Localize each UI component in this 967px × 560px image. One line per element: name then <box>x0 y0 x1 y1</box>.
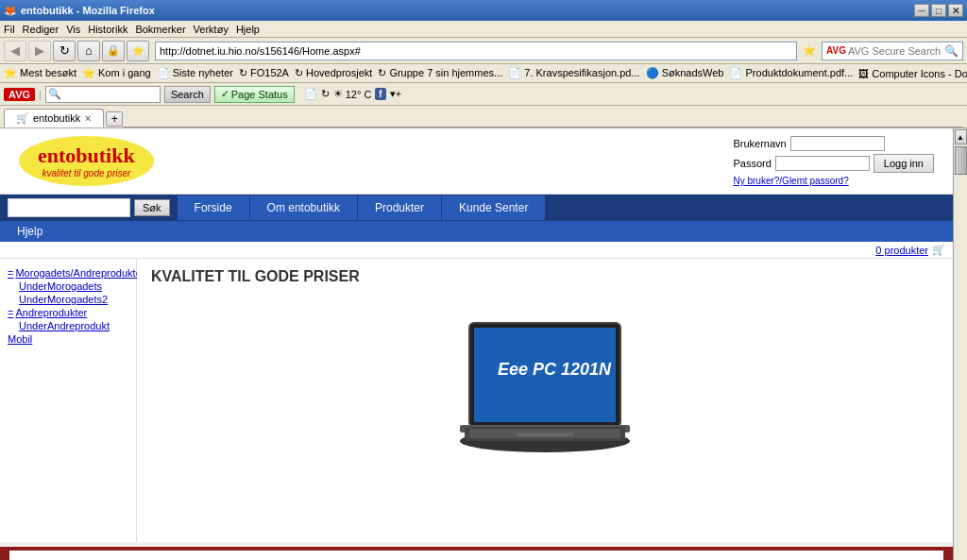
avg-search-box[interactable]: 🔍 <box>45 86 161 103</box>
window-controls[interactable]: ─ □ ✕ <box>914 4 963 17</box>
login-button[interactable]: Logg inn <box>874 154 934 173</box>
password-label: Passord <box>733 158 771 169</box>
nav-kundesenter[interactable]: Kunde Senter <box>442 195 546 220</box>
product-row-section: 🦋 Mer om produkte Mer om produkt <box>0 547 953 560</box>
menu-fil[interactable]: Fil <box>4 24 15 35</box>
bookmark-produktdok[interactable]: 📄 Produktdokument.pdf... <box>729 67 853 79</box>
bookmark-add-button[interactable]: ⭐ <box>127 41 149 61</box>
fb-controls: ▾+ <box>390 88 401 100</box>
sidebar-item-mobil[interactable]: Mobil <box>8 332 128 346</box>
avg-search-icon: AVG <box>826 45 846 56</box>
password-input[interactable] <box>775 156 870 171</box>
forward-button[interactable]: ▶ <box>28 41 51 61</box>
page-title: KVALITET TIL GODE PRISER <box>151 268 939 285</box>
nav-search-area: Søk <box>0 195 178 221</box>
tab-bar: 🛒 entobutikk ✕ + <box>0 106 967 128</box>
logo-text: entobutikk <box>38 144 135 168</box>
bookmark-star-button[interactable]: 🔒 <box>102 41 125 61</box>
site-header: entobutikk kvalitet til gode priser Bruk… <box>0 128 953 195</box>
sidebar: = Morogadets/Andreprodukter UnderMorogad… <box>0 259 137 542</box>
menubar: Fil Rediger Vis Historikk Bokmerker Verk… <box>0 21 967 38</box>
facebook-icon[interactable]: f <box>375 88 385 100</box>
main-content: KVALITET TIL GODE PRISER Eee PC 1201N <box>137 259 953 542</box>
bookmark-main-project[interactable]: ↻ Hovedprosjekt <box>295 67 372 79</box>
search-submit-icon: 🔍 <box>944 44 959 58</box>
sun-icon: ☀ <box>333 88 343 100</box>
menu-rediger[interactable]: Rediger <box>23 24 59 35</box>
svg-rect-7 <box>517 433 573 436</box>
window-title: 🦊 entobutikk - Mozilla Firefox <box>4 5 155 17</box>
bookmark-fo152a[interactable]: ↻ FO152A <box>239 67 289 79</box>
sidebar-item-undermorogadets2[interactable]: UnderMorogadets2 <box>8 293 128 306</box>
browser-content: entobutikk kvalitet til gode priser Bruk… <box>0 128 967 560</box>
bookmark-get-started[interactable]: ⭐ Kom i gang <box>82 67 151 79</box>
nav-produkter[interactable]: Produkter <box>358 195 442 220</box>
sidebar-bullet-andre: = <box>8 307 13 318</box>
menu-verktoy[interactable]: Verktøy <box>194 24 229 35</box>
menu-bokmerker[interactable]: Bokmerker <box>135 24 185 35</box>
sub-nav: Hjelp <box>0 221 953 242</box>
page-status-button[interactable]: ✓ Page Status <box>214 86 295 103</box>
address-bar[interactable] <box>155 42 797 60</box>
avg-separator: | <box>39 89 42 100</box>
search-button[interactable]: Search <box>164 86 211 103</box>
site-wrapper: entobutikk kvalitet til gode priser Bruk… <box>0 128 953 560</box>
sidebar-item-morogadets[interactable]: = Morogadets/Andreprodukter <box>8 266 128 280</box>
minimize-button[interactable]: ─ <box>914 4 929 17</box>
avg-search-input[interactable] <box>63 89 158 100</box>
bookmark-most-visited[interactable]: ⭐ Mest besøkt <box>4 67 76 79</box>
menu-hjelp[interactable]: Hjelp <box>236 24 260 35</box>
username-row: Brukernavn <box>733 136 884 151</box>
forgot-row: Ny bruker?/Glemt passord? <box>733 176 848 186</box>
avg-search-icon: 🔍 <box>48 88 61 100</box>
username-input[interactable] <box>790 136 885 151</box>
search-input[interactable] <box>848 45 942 57</box>
tab-spacer <box>123 105 963 127</box>
subnav-hjelp[interactable]: Hjelp <box>0 221 59 242</box>
navbar: ◀ ▶ ↻ ⌂ 🔒 ⭐ ⭐ AVG 🔍 <box>0 38 967 64</box>
close-button[interactable]: ✕ <box>948 4 963 17</box>
maximize-button[interactable]: □ <box>931 4 946 17</box>
nav-om[interactable]: Om entobutikk <box>250 195 358 220</box>
nav-forside[interactable]: Forside <box>178 195 250 220</box>
product-row: 🦋 Mer om produkte Mer om produkt <box>9 551 943 560</box>
bookmark-soknads[interactable]: 🔵 SøknadsWeb <box>646 67 724 79</box>
sidebar-bullet-morogadets: = <box>8 267 13 279</box>
home-button[interactable]: ⌂ <box>77 41 100 61</box>
active-tab[interactable]: 🛒 entobutikk ✕ <box>4 109 104 127</box>
bookmark-news[interactable]: 📄 Siste nyheter <box>157 67 233 79</box>
bookmark-group7[interactable]: ↻ Gruppe 7 sin hjemmes... <box>378 67 502 79</box>
weather-widget: ☀ 12° C <box>333 88 372 100</box>
site-nav-links: Forside Om entobutikk Produkter Kunde Se… <box>178 195 953 220</box>
forgot-password-link[interactable]: Ny bruker?/Glemt passord? <box>733 176 848 186</box>
window-titlebar: 🦊 entobutikk - Mozilla Firefox ─ □ ✕ <box>0 0 967 21</box>
new-tab-button[interactable]: + <box>106 111 123 127</box>
refresh-button[interactable]: ↻ <box>53 41 76 61</box>
svg-text:Eee PC 1201N: Eee PC 1201N <box>498 360 612 379</box>
site-nav: Søk Forside Om entobutikk Produkter Kund… <box>0 195 953 221</box>
hero-image: Eee PC 1201N <box>151 295 939 484</box>
laptop-svg: Eee PC 1201N <box>441 314 649 465</box>
site-search-input[interactable] <box>8 198 130 217</box>
menu-vis[interactable]: Vis <box>66 24 80 35</box>
bookmark-kravspec[interactable]: 📄 7. Kravspesifikasjon.pd... <box>508 67 639 79</box>
address-go-button[interactable]: ⭐ <box>803 44 816 57</box>
bookmark-icons[interactable]: 🖼 Computer Icons - Dow... <box>858 68 967 79</box>
scroll-thumb[interactable] <box>955 146 967 175</box>
sidebar-item-undermorogadets[interactable]: UnderMorogadets <box>8 280 128 293</box>
address-input[interactable] <box>160 45 792 57</box>
cart-link[interactable]: 0 produkter <box>875 245 928 256</box>
sidebar-item-underandre[interactable]: UnderAndreprodukt <box>8 319 128 332</box>
back-button[interactable]: ◀ <box>4 41 26 61</box>
username-label: Brukernavn <box>733 138 786 149</box>
scroll-up-button[interactable]: ▲ <box>955 129 967 144</box>
cart-icon: 🛒 <box>932 244 945 256</box>
search-bar[interactable]: AVG 🔍 <box>822 42 963 60</box>
scrollbar[interactable]: ▲ <box>953 128 967 560</box>
checkmark-icon: ✓ <box>221 88 229 100</box>
menu-historikk[interactable]: Historikk <box>88 24 127 35</box>
sidebar-item-andreprodukter[interactable]: = Andreprodukter <box>8 306 128 319</box>
site-search-button[interactable]: Søk <box>134 199 170 216</box>
cart-bar: 0 produkter 🛒 <box>0 242 953 259</box>
tab-close-button[interactable]: ✕ <box>84 113 92 124</box>
